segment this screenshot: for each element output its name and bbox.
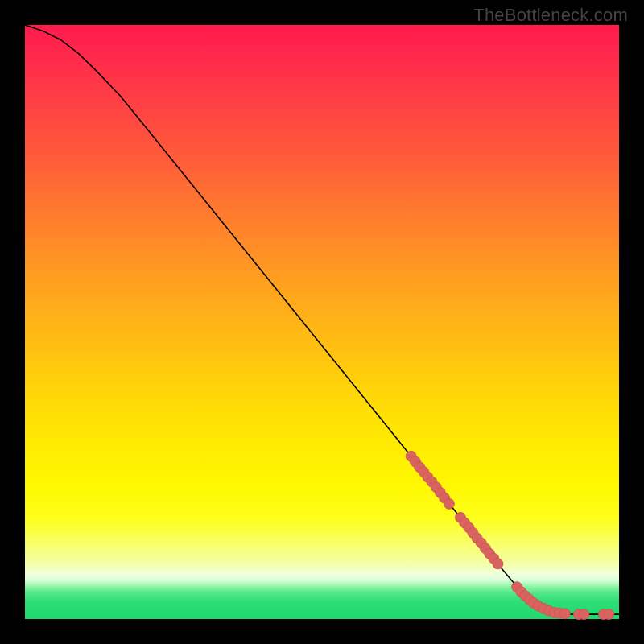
chart-marker [604,609,614,620]
chart-svg [25,25,619,619]
chart-marker [559,609,570,619]
chart-marker [493,559,503,569]
chart-marker-group [406,451,614,619]
chart-plot-area [25,25,619,619]
chart-marker [579,609,589,620]
watermark-text: TheBottleneck.com [473,5,628,26]
chart-series-curve [25,25,619,614]
chart-marker [444,498,454,509]
